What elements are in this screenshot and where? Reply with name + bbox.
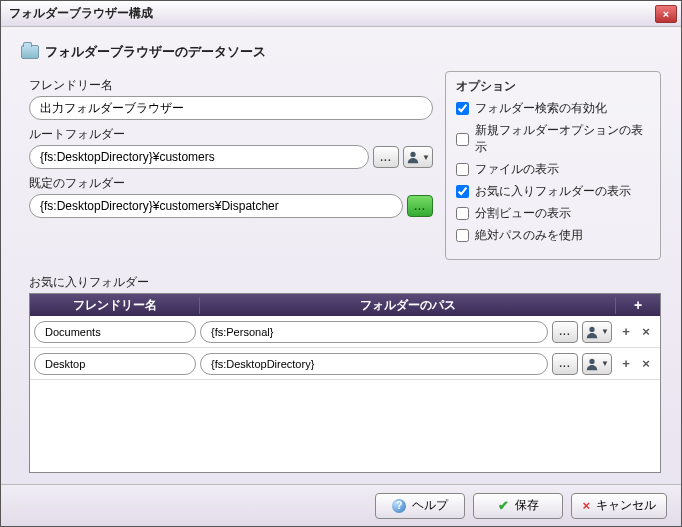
favorite-browse-button[interactable]: ...: [552, 321, 578, 343]
save-button[interactable]: ✔ 保存: [473, 493, 563, 519]
main-columns: フレンドリー名 ルートフォルダー ... ▼ 既定のフォルダー ...: [21, 71, 661, 260]
root-folder-label: ルートフォルダー: [29, 126, 433, 143]
col-header-name: フレンドリー名: [30, 297, 200, 314]
favorite-variable-button[interactable]: ▼: [582, 321, 612, 343]
ellipsis-icon: ...: [414, 201, 425, 212]
option-label: ファイルの表示: [475, 161, 559, 178]
friendly-name-label: フレンドリー名: [29, 77, 433, 94]
col-header-path: フォルダーのパス: [200, 297, 616, 314]
favorite-name-input[interactable]: [34, 321, 196, 343]
row-delete-button[interactable]: ×: [639, 325, 653, 339]
footer: ? ヘルプ ✔ 保存 × キャンセル: [1, 484, 681, 526]
option-label: 分割ビューの表示: [475, 205, 571, 222]
content-area: フォルダーブラウザーのデータソース フレンドリー名 ルートフォルダー ... ▼: [1, 27, 681, 484]
option-row: お気に入りフォルダーの表示: [456, 183, 650, 200]
option-checkbox[interactable]: [456, 207, 469, 220]
favorite-variable-button[interactable]: ▼: [582, 353, 612, 375]
option-checkbox[interactable]: [456, 185, 469, 198]
root-browse-button[interactable]: ...: [373, 146, 399, 168]
help-icon: ?: [392, 499, 406, 513]
svg-point-1: [589, 326, 594, 331]
close-icon: ×: [663, 8, 669, 20]
favorite-path-input[interactable]: [200, 353, 548, 375]
favorite-row: ...▼+×: [30, 316, 660, 348]
favorite-name-input[interactable]: [34, 353, 196, 375]
dialog-window: フォルダーブラウザー構成 × フォルダーブラウザーのデータソース フレンドリー名…: [0, 0, 682, 527]
root-variable-button[interactable]: ▼: [403, 146, 433, 168]
option-row: 新規フォルダーオプションの表示: [456, 122, 650, 156]
option-checkbox[interactable]: [456, 102, 469, 115]
left-column: フレンドリー名 ルートフォルダー ... ▼ 既定のフォルダー ...: [21, 71, 433, 260]
option-row: フォルダー検索の有効化: [456, 100, 650, 117]
row-add-button[interactable]: +: [619, 325, 633, 339]
option-label: フォルダー検索の有効化: [475, 100, 607, 117]
row-delete-button[interactable]: ×: [639, 357, 653, 371]
favorites-section: お気に入りフォルダー フレンドリー名 フォルダーのパス + ...▼+×...▼…: [21, 274, 661, 473]
add-row-header-button[interactable]: +: [616, 297, 660, 313]
options-panel: オプション フォルダー検索の有効化新規フォルダーオプションの表示ファイルの表示お…: [445, 71, 661, 260]
chevron-down-icon: ▼: [422, 153, 430, 162]
favorite-path-input[interactable]: [200, 321, 548, 343]
default-insert-button[interactable]: ...: [407, 195, 433, 217]
cancel-label: キャンセル: [596, 497, 656, 514]
option-checkbox[interactable]: [456, 133, 469, 146]
window-title: フォルダーブラウザー構成: [5, 5, 655, 22]
options-title: オプション: [456, 78, 650, 95]
folder-icon: [21, 45, 39, 59]
option-checkbox[interactable]: [456, 163, 469, 176]
option-label: 新規フォルダーオプションの表示: [475, 122, 650, 156]
check-icon: ✔: [498, 498, 509, 513]
person-icon: [406, 150, 420, 164]
option-checkbox[interactable]: [456, 229, 469, 242]
close-button[interactable]: ×: [655, 5, 677, 23]
section-header: フォルダーブラウザーのデータソース: [21, 43, 661, 61]
ellipsis-icon: ...: [380, 152, 391, 163]
save-label: 保存: [515, 497, 539, 514]
row-add-button[interactable]: +: [619, 357, 633, 371]
person-icon: [585, 357, 599, 371]
option-row: 分割ビューの表示: [456, 205, 650, 222]
favorites-label: お気に入りフォルダー: [29, 274, 661, 291]
friendly-name-input[interactable]: [29, 96, 433, 120]
svg-point-2: [589, 358, 594, 363]
section-title: フォルダーブラウザーのデータソース: [45, 43, 266, 61]
favorites-table: フレンドリー名 フォルダーのパス + ...▼+×...▼+×: [29, 293, 661, 473]
help-label: ヘルプ: [412, 497, 448, 514]
favorite-browse-button[interactable]: ...: [552, 353, 578, 375]
favorites-header: フレンドリー名 フォルダーのパス +: [30, 294, 660, 316]
favorite-row: ...▼+×: [30, 348, 660, 380]
option-label: 絶対パスのみを使用: [475, 227, 583, 244]
option-row: ファイルの表示: [456, 161, 650, 178]
option-row: 絶対パスのみを使用: [456, 227, 650, 244]
option-label: お気に入りフォルダーの表示: [475, 183, 631, 200]
help-button[interactable]: ? ヘルプ: [375, 493, 465, 519]
default-folder-label: 既定のフォルダー: [29, 175, 433, 192]
titlebar: フォルダーブラウザー構成 ×: [1, 1, 681, 27]
person-icon: [585, 325, 599, 339]
default-folder-input[interactable]: [29, 194, 403, 218]
chevron-down-icon: ▼: [601, 327, 609, 336]
svg-point-0: [410, 152, 415, 157]
chevron-down-icon: ▼: [601, 359, 609, 368]
x-icon: ×: [582, 498, 590, 513]
root-folder-input[interactable]: [29, 145, 369, 169]
cancel-button[interactable]: × キャンセル: [571, 493, 667, 519]
